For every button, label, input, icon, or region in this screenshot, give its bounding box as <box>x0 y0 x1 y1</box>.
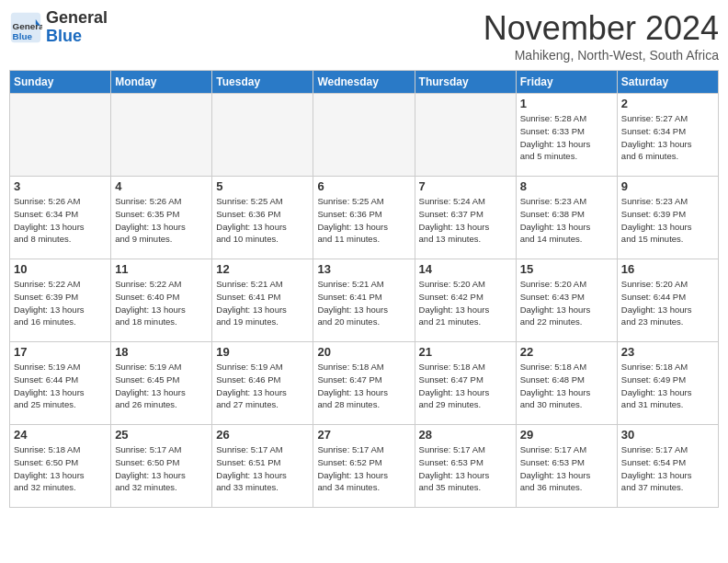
calendar-cell: 27Sunrise: 5:17 AM Sunset: 6:52 PM Dayli… <box>313 425 415 508</box>
page-header: General Blue General Blue November 2024 … <box>9 9 719 63</box>
calendar-cell: 1Sunrise: 5:28 AM Sunset: 6:33 PM Daylig… <box>516 94 617 177</box>
calendar-cell: 15Sunrise: 5:20 AM Sunset: 6:43 PM Dayli… <box>516 259 617 342</box>
calendar-cell: 28Sunrise: 5:17 AM Sunset: 6:53 PM Dayli… <box>415 425 516 508</box>
day-number: 7 <box>419 179 512 193</box>
calendar-cell: 25Sunrise: 5:17 AM Sunset: 6:50 PM Dayli… <box>111 425 212 508</box>
day-info: Sunrise: 5:17 AM Sunset: 6:54 PM Dayligh… <box>621 443 714 494</box>
day-info: Sunrise: 5:26 AM Sunset: 6:35 PM Dayligh… <box>115 195 208 246</box>
day-number: 17 <box>14 345 107 359</box>
day-number: 10 <box>14 262 107 276</box>
day-info: Sunrise: 5:17 AM Sunset: 6:51 PM Dayligh… <box>216 443 309 494</box>
day-info: Sunrise: 5:20 AM Sunset: 6:44 PM Dayligh… <box>621 278 714 328</box>
day-info: Sunrise: 5:17 AM Sunset: 6:53 PM Dayligh… <box>520 443 613 494</box>
day-info: Sunrise: 5:21 AM Sunset: 6:41 PM Dayligh… <box>216 278 309 328</box>
calendar-cell: 30Sunrise: 5:17 AM Sunset: 6:54 PM Dayli… <box>617 425 718 508</box>
calendar-cell <box>212 94 313 177</box>
calendar-cell: 19Sunrise: 5:19 AM Sunset: 6:46 PM Dayli… <box>212 342 313 425</box>
calendar-cell: 5Sunrise: 5:25 AM Sunset: 6:36 PM Daylig… <box>212 177 313 259</box>
day-info: Sunrise: 5:22 AM Sunset: 6:40 PM Dayligh… <box>115 278 208 328</box>
day-info: Sunrise: 5:19 AM Sunset: 6:44 PM Dayligh… <box>14 361 107 411</box>
calendar-cell: 10Sunrise: 5:22 AM Sunset: 6:39 PM Dayli… <box>10 259 111 342</box>
calendar-cell: 13Sunrise: 5:21 AM Sunset: 6:41 PM Dayli… <box>313 259 415 342</box>
day-info: Sunrise: 5:25 AM Sunset: 6:36 PM Dayligh… <box>216 195 309 246</box>
day-number: 12 <box>216 262 309 276</box>
day-header-tuesday: Tuesday <box>212 71 313 94</box>
day-header-sunday: Sunday <box>10 71 111 94</box>
day-number: 21 <box>419 345 512 359</box>
logo-general-text: General <box>46 8 108 27</box>
day-number: 5 <box>216 179 309 193</box>
day-number: 14 <box>419 262 512 276</box>
day-info: Sunrise: 5:19 AM Sunset: 6:46 PM Dayligh… <box>216 361 309 411</box>
day-number: 16 <box>621 262 714 276</box>
day-header-monday: Monday <box>111 71 212 94</box>
day-number: 26 <box>216 428 309 442</box>
day-info: Sunrise: 5:18 AM Sunset: 6:47 PM Dayligh… <box>419 361 512 411</box>
day-number: 9 <box>621 179 714 193</box>
day-info: Sunrise: 5:17 AM Sunset: 6:53 PM Dayligh… <box>419 443 512 494</box>
logo-blue-text: Blue <box>46 27 82 45</box>
calendar-cell: 3Sunrise: 5:26 AM Sunset: 6:34 PM Daylig… <box>10 177 111 259</box>
day-number: 15 <box>520 262 613 276</box>
day-header-saturday: Saturday <box>617 71 718 94</box>
calendar-cell: 22Sunrise: 5:18 AM Sunset: 6:48 PM Dayli… <box>516 342 617 425</box>
day-number: 2 <box>621 97 714 110</box>
calendar-cell: 12Sunrise: 5:21 AM Sunset: 6:41 PM Dayli… <box>212 259 313 342</box>
day-number: 22 <box>520 345 613 359</box>
day-info: Sunrise: 5:18 AM Sunset: 6:48 PM Dayligh… <box>520 361 613 411</box>
calendar-header-row: SundayMondayTuesdayWednesdayThursdayFrid… <box>10 71 719 94</box>
day-number: 6 <box>317 179 410 193</box>
calendar-cell <box>313 94 415 177</box>
day-number: 25 <box>115 428 208 442</box>
calendar-cell <box>111 94 212 177</box>
logo-icon: General Blue <box>9 11 42 44</box>
day-info: Sunrise: 5:19 AM Sunset: 6:45 PM Dayligh… <box>115 361 208 411</box>
day-info: Sunrise: 5:28 AM Sunset: 6:33 PM Dayligh… <box>520 112 613 163</box>
day-info: Sunrise: 5:18 AM Sunset: 6:50 PM Dayligh… <box>14 443 107 494</box>
day-header-wednesday: Wednesday <box>313 71 415 94</box>
day-number: 28 <box>419 428 512 442</box>
day-info: Sunrise: 5:18 AM Sunset: 6:47 PM Dayligh… <box>317 361 410 411</box>
calendar-cell: 24Sunrise: 5:18 AM Sunset: 6:50 PM Dayli… <box>10 425 111 508</box>
day-number: 8 <box>520 179 613 193</box>
day-info: Sunrise: 5:20 AM Sunset: 6:43 PM Dayligh… <box>520 278 613 328</box>
title-block: November 2024 Mahikeng, North-West, Sout… <box>483 9 719 63</box>
day-info: Sunrise: 5:22 AM Sunset: 6:39 PM Dayligh… <box>14 278 107 328</box>
calendar-cell: 11Sunrise: 5:22 AM Sunset: 6:40 PM Dayli… <box>111 259 212 342</box>
calendar-cell <box>415 94 516 177</box>
calendar-cell <box>10 94 111 177</box>
calendar-week-row: 24Sunrise: 5:18 AM Sunset: 6:50 PM Dayli… <box>10 425 719 508</box>
day-number: 24 <box>14 428 107 442</box>
day-number: 18 <box>115 345 208 359</box>
svg-text:Blue: Blue <box>13 30 33 40</box>
day-number: 13 <box>317 262 410 276</box>
calendar-week-row: 10Sunrise: 5:22 AM Sunset: 6:39 PM Dayli… <box>10 259 719 342</box>
calendar-cell: 20Sunrise: 5:18 AM Sunset: 6:47 PM Dayli… <box>313 342 415 425</box>
calendar-cell: 8Sunrise: 5:23 AM Sunset: 6:38 PM Daylig… <box>516 177 617 259</box>
day-number: 1 <box>520 97 613 110</box>
day-info: Sunrise: 5:27 AM Sunset: 6:34 PM Dayligh… <box>621 112 714 163</box>
day-number: 30 <box>621 428 714 442</box>
day-info: Sunrise: 5:23 AM Sunset: 6:39 PM Dayligh… <box>621 195 714 246</box>
day-info: Sunrise: 5:18 AM Sunset: 6:49 PM Dayligh… <box>621 361 714 411</box>
day-info: Sunrise: 5:24 AM Sunset: 6:37 PM Dayligh… <box>419 195 512 246</box>
calendar-cell: 21Sunrise: 5:18 AM Sunset: 6:47 PM Dayli… <box>415 342 516 425</box>
day-number: 3 <box>14 179 107 193</box>
day-number: 23 <box>621 345 714 359</box>
day-number: 20 <box>317 345 410 359</box>
calendar-cell: 2Sunrise: 5:27 AM Sunset: 6:34 PM Daylig… <box>617 94 718 177</box>
day-info: Sunrise: 5:26 AM Sunset: 6:34 PM Dayligh… <box>14 195 107 246</box>
day-info: Sunrise: 5:17 AM Sunset: 6:52 PM Dayligh… <box>317 443 410 494</box>
location-text: Mahikeng, North-West, South Africa <box>483 48 719 63</box>
logo: General Blue General Blue <box>9 9 108 46</box>
day-info: Sunrise: 5:17 AM Sunset: 6:50 PM Dayligh… <box>115 443 208 494</box>
day-info: Sunrise: 5:20 AM Sunset: 6:42 PM Dayligh… <box>419 278 512 328</box>
day-number: 29 <box>520 428 613 442</box>
calendar-cell: 7Sunrise: 5:24 AM Sunset: 6:37 PM Daylig… <box>415 177 516 259</box>
day-number: 27 <box>317 428 410 442</box>
calendar-cell: 6Sunrise: 5:25 AM Sunset: 6:36 PM Daylig… <box>313 177 415 259</box>
day-header-friday: Friday <box>516 71 617 94</box>
day-info: Sunrise: 5:23 AM Sunset: 6:38 PM Dayligh… <box>520 195 613 246</box>
day-number: 19 <box>216 345 309 359</box>
calendar-cell: 18Sunrise: 5:19 AM Sunset: 6:45 PM Dayli… <box>111 342 212 425</box>
